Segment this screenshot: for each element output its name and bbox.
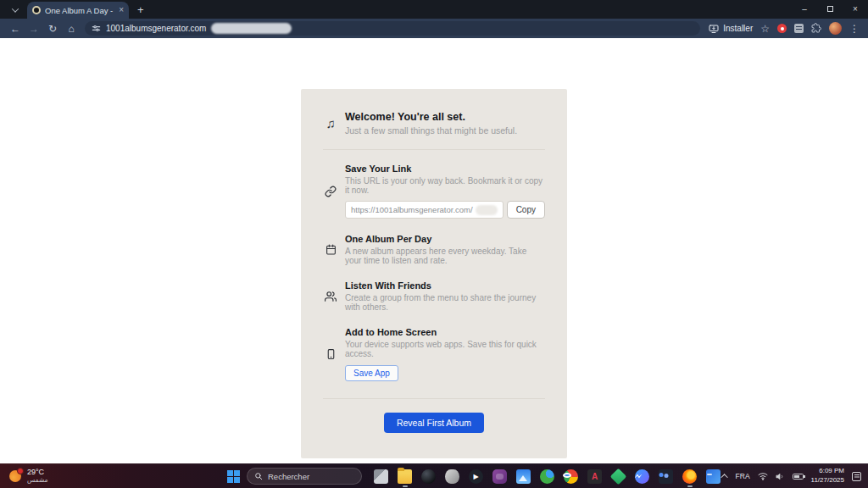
section-title: One Album Per Day <box>345 234 545 244</box>
address-bar[interactable]: 1001albumsgenerator.com <box>85 21 700 36</box>
taskbar-search[interactable] <box>247 468 362 485</box>
system-tray: FRA 6:09 PM 11/27/2025 <box>716 464 868 488</box>
home-button[interactable]: ⌂ <box>63 23 80 35</box>
copy-button[interactable]: Copy <box>507 201 545 219</box>
section-desc: Create a group from the menu to share th… <box>345 293 545 312</box>
weather-condition: مشمس <box>27 477 48 484</box>
forward-button[interactable]: → <box>25 23 42 35</box>
task-view-icon[interactable] <box>374 469 388 484</box>
album-per-day-section: One Album Per Day A new album appears he… <box>323 234 545 265</box>
install-icon <box>709 24 719 34</box>
close-button[interactable]: × <box>843 0 868 19</box>
extensions-puzzle-icon[interactable] <box>811 21 821 36</box>
reload-button[interactable]: ↻ <box>44 23 61 35</box>
messenger-icon[interactable] <box>635 469 649 484</box>
adobe-app-icon[interactable]: A <box>587 469 602 484</box>
notification-center-icon[interactable] <box>852 472 861 481</box>
teams-icon[interactable] <box>659 469 673 484</box>
friends-icon <box>323 291 338 302</box>
firefox-icon[interactable] <box>682 469 697 484</box>
tray-time: 6:09 PM <box>811 467 844 476</box>
volume-icon[interactable] <box>776 472 785 481</box>
window-controls: – × <box>792 0 868 19</box>
listen-with-friends-section: Listen With Friends Create a group from … <box>323 280 545 312</box>
save-app-button[interactable]: Save App <box>345 365 398 381</box>
xbox-app-icon[interactable] <box>540 469 554 484</box>
maximize-icon <box>827 6 833 12</box>
profile-avatar[interactable] <box>829 22 842 35</box>
chrome-icon[interactable] <box>564 469 578 484</box>
battery-icon[interactable] <box>793 474 804 480</box>
screen: One Album A Day - 1001 Albu × + – × ← → … <box>0 0 868 488</box>
back-button[interactable]: ← <box>7 23 24 35</box>
save-link-section: Save Your Link This URL is your only way… <box>323 164 545 219</box>
weather-sun-icon <box>8 469 22 483</box>
browser-tab[interactable]: One Album A Day - 1001 Albu × <box>27 2 129 19</box>
welcome-section: ♫ Welcome! You're all set. Just a few sm… <box>323 111 545 136</box>
notification-badge <box>17 468 24 474</box>
site-favicon-icon <box>32 6 41 14</box>
site-settings-icon[interactable] <box>92 24 101 33</box>
extension-gray-icon[interactable] <box>794 24 804 33</box>
section-title: Listen With Friends <box>345 280 545 291</box>
tray-date: 11/27/2025 <box>811 476 844 485</box>
divider <box>323 149 545 150</box>
page-content: ♫ Welcome! You're all set. Just a few sm… <box>0 38 868 463</box>
tab-search-button[interactable] <box>6 3 25 17</box>
taskbar-clock[interactable]: 6:09 PM 11/27/2025 <box>811 467 844 485</box>
start-button[interactable] <box>227 470 240 483</box>
welcome-title: Welcome! You're all set. <box>345 111 517 123</box>
redacted-blur <box>211 23 292 34</box>
app-icon-dark-circle[interactable] <box>421 469 436 484</box>
app-icon-silver[interactable] <box>445 469 459 484</box>
link-value: https://1001albumsgenerator.com/ <box>351 205 473 214</box>
app-icon-green-diamond[interactable] <box>610 468 627 485</box>
install-label: Installer <box>723 24 753 33</box>
link-icon <box>323 186 338 197</box>
minimize-button[interactable]: – <box>792 0 817 19</box>
toolbar-actions: Installer ☆ ⋮ <box>709 21 861 36</box>
maximize-button[interactable] <box>817 0 843 19</box>
tab-title: One Album A Day - 1001 Albu <box>45 6 114 15</box>
extension-red-icon[interactable] <box>777 24 787 33</box>
install-app-button[interactable]: Installer <box>709 24 753 34</box>
hidden-icons-chevron[interactable] <box>721 474 727 480</box>
welcome-subtitle: Just a few small things that might be us… <box>345 125 517 136</box>
redacted-blur <box>476 205 498 215</box>
wifi-icon[interactable] <box>758 472 768 480</box>
game-controller-icon[interactable] <box>492 469 507 484</box>
media-player-icon[interactable]: ▶ <box>469 469 483 484</box>
search-icon <box>254 472 263 480</box>
section-title: Save Your Link <box>345 164 545 174</box>
language-indicator[interactable]: FRA <box>736 472 750 480</box>
browser-tab-strip: One Album A Day - 1001 Albu × + – × <box>0 0 868 19</box>
section-desc: Your device supports web apps. Save this… <box>345 340 545 358</box>
welcome-card: ♫ Welcome! You're all set. Just a few sm… <box>301 89 567 458</box>
new-tab-button[interactable]: + <box>137 4 144 15</box>
bookmark-star-icon[interactable]: ☆ <box>760 23 770 35</box>
section-desc: A new album appears here every weekday. … <box>345 247 545 265</box>
chevron-down-icon <box>12 5 19 12</box>
smartphone-icon <box>323 348 338 360</box>
reveal-first-album-button[interactable]: Reveal First Album <box>384 413 484 433</box>
add-to-home-section: Add to Home Screen Your device supports … <box>323 327 545 381</box>
search-input[interactable] <box>268 472 354 481</box>
file-explorer-icon[interactable] <box>398 469 412 484</box>
divider <box>323 398 545 399</box>
taskbar-center: ▶ A <box>227 464 721 488</box>
windows-taskbar: 29°C مشمس ▶ A <box>0 463 868 488</box>
photos-app-icon[interactable] <box>516 469 531 484</box>
section-title: Add to Home Screen <box>345 327 545 337</box>
section-desc: This URL is your only way back. Bookmark… <box>345 176 545 195</box>
weather-widget[interactable]: 29°C مشمس <box>0 468 57 484</box>
music-note-icon: ♫ <box>323 117 338 130</box>
link-input[interactable]: https://1001albumsgenerator.com/ <box>345 201 504 219</box>
tab-close-icon[interactable]: × <box>119 6 124 14</box>
taskbar-apps: ▶ A <box>374 469 721 484</box>
browser-menu-icon[interactable]: ⋮ <box>849 23 860 35</box>
url-text: 1001albumsgenerator.com <box>106 24 206 33</box>
calendar-icon <box>323 244 338 255</box>
browser-toolbar: ← → ↻ ⌂ 1001albumsgenerator.com Installe… <box>0 19 868 38</box>
